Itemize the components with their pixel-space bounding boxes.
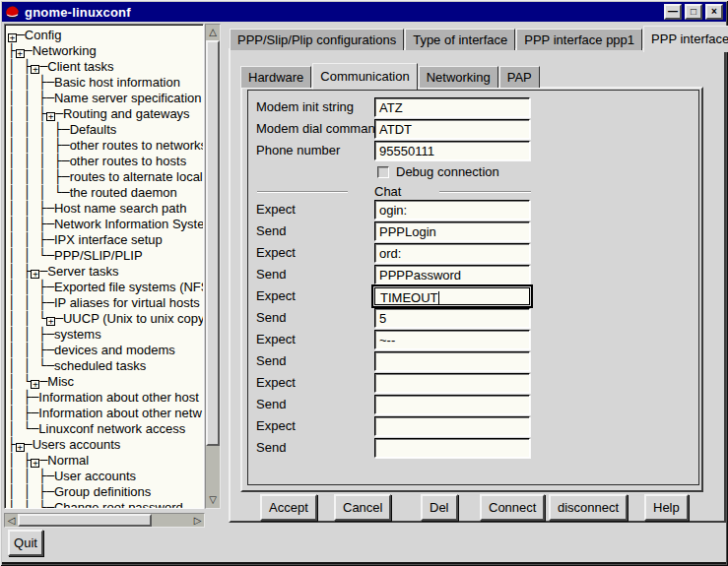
tree-item[interactable]: │ │ │ ├─routes to alternate local ne xyxy=(8,169,203,185)
vertical-scrollbar-thumb[interactable] xyxy=(206,40,220,446)
tree-item-label: Host name search path xyxy=(54,201,186,216)
close-button[interactable]: × xyxy=(705,4,723,20)
tree-item[interactable]: │ └─Linuxconf network access xyxy=(8,421,203,437)
tree-item[interactable]: │ │ │ ├─other routes to networks xyxy=(8,138,203,154)
tree-item[interactable]: │ │ └─scheduled tasks xyxy=(8,358,203,374)
chat-expect-input[interactable]: ogin: xyxy=(374,200,530,220)
debug-connection-checkbox[interactable] xyxy=(377,166,389,178)
phone-number-input[interactable]: 95550111 xyxy=(374,141,530,160)
tree-item[interactable]: │ ├─Information about other netw xyxy=(8,406,203,421)
tree-item[interactable]: +─Config xyxy=(8,28,203,43)
chat-expect-input[interactable]: ord: xyxy=(374,243,530,263)
tree-lines: │ │ ├─ xyxy=(8,280,54,294)
tree-item[interactable]: │ │ ├─Exported file systems (NFS) xyxy=(8,280,203,295)
inner-tab[interactable]: Communication xyxy=(312,63,417,90)
horizontal-scrollbar-thumb[interactable] xyxy=(18,514,152,527)
tree-item[interactable]: │ │ │ ├─other routes to hosts xyxy=(8,154,203,169)
chat-send-input[interactable]: PPPPassword xyxy=(374,265,530,284)
tree-item[interactable]: │ ├+─Server tasks xyxy=(8,264,203,280)
chat-expect-input[interactable] xyxy=(374,373,530,393)
tree-item[interactable]: │ ├+─Client tasks xyxy=(8,59,203,75)
chat-expect-input[interactable]: TIMEOUT xyxy=(371,284,533,308)
top-tab[interactable]: PPP interface ppp1 xyxy=(643,26,728,52)
tree-item[interactable]: │ │ └+─UUCP (Unix to unix copy) xyxy=(8,311,203,327)
tree-item[interactable]: │ │ ├─Network Information System xyxy=(8,217,203,232)
quit-button[interactable]: Quit xyxy=(8,530,43,556)
chat-expect-input[interactable] xyxy=(374,416,530,436)
tree-lines: │ │ └ xyxy=(8,311,46,326)
tree-item-label: Exported file systems (NFS) xyxy=(54,280,204,294)
tree-expander-icon[interactable]: + xyxy=(46,112,55,121)
tree-vertical-scrollbar[interactable]: △ ▽ xyxy=(205,24,221,509)
tree-item[interactable]: │ │ └─PPP/SLIP/PLIP xyxy=(8,248,203,264)
scroll-right-icon[interactable]: ▷ xyxy=(191,514,204,527)
tree-item-label: Defaults xyxy=(70,122,117,137)
tree-expander-icon[interactable]: + xyxy=(46,317,55,326)
tree-lines: │ │ └─ xyxy=(8,358,54,373)
scroll-up-icon[interactable]: △ xyxy=(206,26,220,39)
tree-item[interactable]: │ └+─Misc xyxy=(8,374,203,390)
tree-expander-icon[interactable]: + xyxy=(16,443,25,452)
tree-item[interactable]: │ ├─Information about other host xyxy=(8,390,203,406)
tree-item-label: devices and modems xyxy=(54,343,175,357)
text-cursor xyxy=(438,291,439,304)
inner-tab[interactable]: PAP xyxy=(499,66,540,88)
tree-item[interactable]: │ │ ├+─Routing and gateways xyxy=(8,106,203,122)
tree-item[interactable]: │ ├+─Normal xyxy=(8,453,203,469)
tree-item-label: Config xyxy=(25,28,62,42)
modem-init-string-input[interactable]: ATZ xyxy=(374,97,530,117)
tree-item-label: Networking xyxy=(33,43,97,58)
tree-item[interactable]: │ │ ├─Change root password xyxy=(8,500,203,509)
chat-send-input[interactable]: 5 xyxy=(374,308,530,328)
tree-item-label: Users accounts xyxy=(33,437,121,452)
scroll-left-icon[interactable]: ◁ xyxy=(5,514,18,527)
tree-item[interactable]: │ │ ├─User accounts xyxy=(8,469,203,484)
tree-item[interactable]: │ │ ├─Basic host information xyxy=(8,75,203,91)
accept-button[interactable]: Accept xyxy=(260,494,317,521)
tree-lines: ─ xyxy=(25,437,33,452)
tree-item[interactable]: │ │ ├─Name server specification ( xyxy=(8,91,203,106)
chat-send-input[interactable] xyxy=(374,351,530,371)
chat-row-label: Send xyxy=(256,308,286,328)
tree-item-label: Basic host information xyxy=(54,75,180,90)
top-tab[interactable]: PPP/Slip/Plip configurations xyxy=(230,29,404,50)
chat-row-label: Send xyxy=(256,395,286,414)
tree-item[interactable]: ├+─Networking xyxy=(8,43,203,59)
modem-dial-command-input[interactable]: ATDT xyxy=(374,119,530,139)
top-tab[interactable]: PPP interface ppp1 xyxy=(516,29,642,50)
chat-send-input[interactable] xyxy=(374,395,530,414)
minimize-button[interactable]: — xyxy=(664,4,682,20)
del-button[interactable]: Del xyxy=(421,494,458,521)
tree-horizontal-scrollbar[interactable]: ◁ ▷ xyxy=(4,513,205,528)
config-tree: +─Config├+─Networking│ ├+─Client tasks│ … xyxy=(4,24,204,509)
scroll-down-icon[interactable]: ▽ xyxy=(206,493,220,507)
tree-item[interactable]: │ │ ├─devices and modems xyxy=(8,343,203,358)
top-tab[interactable]: Type of interface xyxy=(405,29,515,50)
connect-button[interactable]: Connect xyxy=(480,494,545,521)
inner-tab[interactable]: Networking xyxy=(419,66,498,88)
tree-item[interactable]: │ │ │ ├─Defaults xyxy=(8,122,203,138)
separator-line xyxy=(439,191,531,193)
maximize-button[interactable]: □ xyxy=(685,4,702,20)
cancel-button[interactable]: Cancel xyxy=(334,494,391,521)
tree-item[interactable]: │ │ │ └─the routed daemon xyxy=(8,185,203,201)
chat-send-input[interactable]: PPPLogin xyxy=(374,221,530,241)
tree-item[interactable]: ├+─Users accounts xyxy=(8,437,203,453)
tree-item[interactable]: │ │ ├─IP aliases for virtual hosts xyxy=(8,295,203,311)
inner-tab[interactable]: Hardware xyxy=(240,66,311,88)
chat-send-input[interactable] xyxy=(374,438,530,458)
tree-item[interactable]: │ │ ├─IPX interface setup xyxy=(8,232,203,248)
tree-lines: │ │ ├ xyxy=(8,106,46,121)
tree-expander-icon[interactable]: + xyxy=(8,33,17,42)
tree-item-label: IP aliases for virtual hosts xyxy=(54,295,200,310)
help-button[interactable]: Help xyxy=(644,494,689,521)
disconnect-button[interactable]: disconnect xyxy=(549,494,628,521)
tree-item[interactable]: │ │ ├─Host name search path xyxy=(8,201,203,217)
chat-row-label: Send xyxy=(256,438,286,458)
tree-expander-icon[interactable]: + xyxy=(16,49,25,58)
tree-item[interactable]: │ │ ├─systems xyxy=(8,327,203,343)
form-row: Modem init string ATZ xyxy=(248,97,698,117)
inner-tab-bar: HardwareCommunicationNetworkingPAP xyxy=(240,61,541,88)
chat-expect-input[interactable]: ~-- xyxy=(374,330,530,349)
tree-item[interactable]: │ │ ├─Group definitions xyxy=(8,484,203,500)
